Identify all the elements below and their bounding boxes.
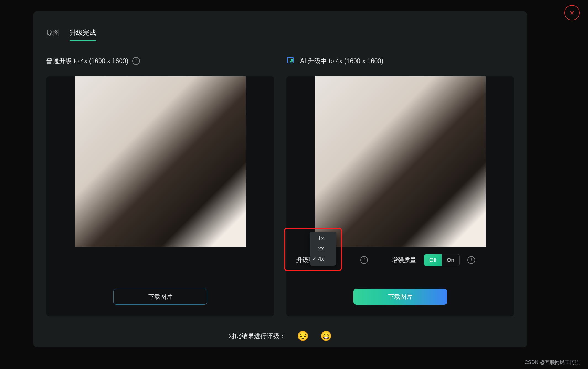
right-image [315,76,486,247]
download-left-button[interactable]: 下载图片 [113,289,207,305]
left-panel-title: 普通升级 to 4x (1600 x 1600) [46,57,128,65]
scale-dropdown[interactable]: 1x 2x ✓4x [310,232,336,266]
controls-row: 升级到 1x 2x ✓4x i 增强质量 Off On [286,247,514,266]
left-panel-title-row: 普通升级 to 4x (1600 x 1600) i [46,55,274,66]
info-icon[interactable]: i [132,57,140,65]
enhance-quality-label: 增强质量 [392,256,416,264]
watermark: CSDN @互联网民工阿强 [525,359,580,366]
right-image-card: 升级到 1x 2x ✓4x i 增强质量 Off On [286,76,514,316]
left-image-card: 下载图片 [46,76,274,316]
toggle-off[interactable]: Off [424,254,442,266]
left-image [75,76,246,247]
close-button[interactable] [564,5,580,20]
tab-upgraded[interactable]: 升级完成 [70,28,96,41]
check-icon: ✓ [312,256,317,262]
upscale-modal: 原图 升级完成 普通升级 to 4x (1600 x 1600) i 下载图片 [33,11,527,347]
enhance-toggle[interactable]: Off On [424,254,460,266]
tab-bar: 原图 升级完成 [46,28,514,41]
ai-upscale-icon [286,56,296,66]
toggle-on[interactable]: On [442,254,459,266]
close-icon [569,10,575,16]
rating-prompt: 对此结果进行评级： [229,332,286,340]
tab-original[interactable]: 原图 [46,28,60,41]
right-panel-title: AI 升级中 to 4x (1600 x 1600) [300,57,383,65]
right-image-slot [286,76,514,247]
right-panel-title-row: AI 升级中 to 4x (1600 x 1600) [286,55,514,66]
right-panel: AI 升级中 to 4x (1600 x 1600) 升级到 1x 2x ✓4x… [286,55,514,316]
info-icon-scale[interactable]: i [360,256,368,264]
rating-row: 对此结果进行评级： 😔 😄 [33,330,527,342]
rating-happy[interactable]: 😄 [320,330,332,342]
scale-option-4x[interactable]: ✓4x [310,254,336,264]
info-icon-enhance[interactable]: i [467,256,475,264]
rating-sad[interactable]: 😔 [297,330,309,342]
left-panel: 普通升级 to 4x (1600 x 1600) i 下载图片 [46,55,274,316]
left-image-slot [46,76,274,247]
download-right-button[interactable]: 下载图片 [353,289,447,305]
scale-option-1x[interactable]: 1x [310,233,336,244]
scale-option-2x[interactable]: 2x [310,244,336,254]
